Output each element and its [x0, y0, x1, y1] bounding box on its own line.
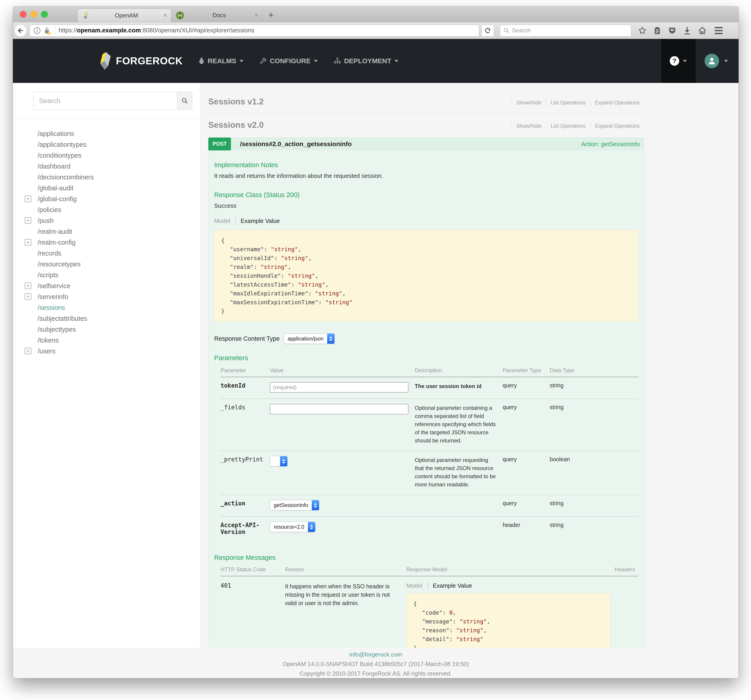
- minimize-window-button[interactable]: [30, 11, 37, 18]
- question-circle-icon: ?: [670, 56, 679, 66]
- copyright: Copyright © 2010-2017 ForgeRock AS. All …: [13, 670, 739, 677]
- sidebar-endpoint-link[interactable]: /policies: [13, 204, 200, 215]
- sidebar-endpoint-link[interactable]: /subjecttypes: [13, 324, 200, 335]
- sidebar-endpoint-link[interactable]: /scripts: [13, 269, 200, 280]
- api-sidebar: /applications /applicationtypes /conditi…: [13, 83, 200, 648]
- tab-model[interactable]: Model: [406, 582, 428, 589]
- search-icon: [503, 28, 510, 34]
- chevron-down-icon: [240, 60, 244, 62]
- parameter-value-select[interactable]: resource=2.0: [270, 522, 315, 532]
- contact-email-link[interactable]: info@forgerock.com: [13, 651, 739, 658]
- parameter-value-input[interactable]: [270, 404, 408, 414]
- sidebar-endpoint-link[interactable]: /global-audit: [13, 183, 200, 194]
- expand-plus-icon[interactable]: +: [25, 293, 31, 300]
- nav-item-deployment[interactable]: DEPLOYMENT: [334, 57, 399, 65]
- code-line: "code": 0,: [413, 608, 603, 617]
- expand-plus-icon[interactable]: +: [25, 217, 31, 224]
- info-icon[interactable]: [34, 27, 41, 34]
- parameter-value-select[interactable]: getSessionInfo: [270, 500, 319, 510]
- tab-openam[interactable]: OpenAM ×: [77, 9, 172, 22]
- nav-item-realms[interactable]: REALMS: [199, 57, 244, 65]
- tab-docs[interactable]: Docs ×: [172, 9, 263, 22]
- sidebar-endpoint-link[interactable]: + /realm-config: [13, 237, 200, 248]
- sidebar-endpoint-link[interactable]: /realm-audit: [13, 226, 200, 237]
- back-button[interactable]: [14, 24, 27, 37]
- url-text: https://openam.example.com:8080/openam/X…: [59, 27, 254, 34]
- user-menu[interactable]: [705, 54, 728, 68]
- lock-warning-icon[interactable]: [43, 27, 51, 34]
- tab-example-value[interactable]: Example Value: [428, 582, 472, 589]
- new-tab-button[interactable]: +: [268, 10, 274, 20]
- page-footer: info@forgerock.com OpenAM 14.0.0-SNAPSHO…: [13, 648, 739, 678]
- sidebar-endpoint-link[interactable]: + /serverinfo: [13, 291, 200, 302]
- tab-model[interactable]: Model: [214, 217, 236, 225]
- group-op-link[interactable]: Expand Operations: [590, 123, 644, 129]
- parameters-title: Parameters: [214, 354, 638, 362]
- sidebar-search-button[interactable]: [177, 92, 192, 110]
- sidebar-endpoint-link[interactable]: /decisioncombiners: [13, 172, 200, 183]
- sidebar-endpoint-link[interactable]: /applicationtypes: [13, 139, 200, 150]
- expand-plus-icon[interactable]: +: [25, 348, 31, 354]
- response-class-title: Response Class (Status 200): [214, 191, 638, 199]
- sidebar-endpoint-link[interactable]: + /global-config: [13, 194, 200, 204]
- endpoint-path[interactable]: /sessions#2.0_action_getsessioninfo: [240, 141, 352, 148]
- sidebar-endpoint-link[interactable]: /dashboard: [13, 161, 200, 172]
- status-code: 401: [221, 582, 285, 648]
- reading-list-icon[interactable]: [653, 26, 661, 35]
- sidebar-search[interactable]: [33, 92, 192, 110]
- sidebar-endpoint-link[interactable]: + /push: [13, 215, 200, 226]
- endpoint-action-label[interactable]: Action: getSessionInfo: [581, 141, 640, 148]
- zoom-window-button[interactable]: [41, 11, 48, 18]
- model-example-tabs: Model Example Value: [406, 582, 611, 589]
- tab-title: OpenAM: [90, 12, 164, 19]
- group-op-link[interactable]: List Operations: [546, 123, 590, 129]
- tab-example-value[interactable]: Example Value: [236, 217, 280, 225]
- close-tab-icon[interactable]: ×: [255, 12, 258, 19]
- divider: [13, 118, 200, 119]
- response-content-type-label: Response Content Type: [214, 335, 280, 342]
- group-op-link[interactable]: Show/Hide: [511, 100, 546, 106]
- close-window-button[interactable]: [20, 11, 26, 18]
- sidebar-endpoint-link[interactable]: + /selfservice: [13, 280, 200, 291]
- expand-plus-icon[interactable]: +: [25, 282, 31, 289]
- response-content-type-select[interactable]: application/json: [284, 333, 335, 344]
- sidebar-endpoint-link[interactable]: /records: [13, 248, 200, 259]
- window-controls: [20, 11, 48, 18]
- url-bar[interactable]: https://openam.example.com:8080/openam/X…: [30, 25, 479, 36]
- home-icon[interactable]: [698, 26, 707, 35]
- browser-search[interactable]: [500, 25, 631, 36]
- group-op-link[interactable]: Expand Operations: [590, 100, 644, 106]
- sidebar-endpoint-link[interactable]: /tokens: [13, 335, 200, 346]
- close-tab-icon[interactable]: ×: [164, 12, 167, 19]
- download-icon[interactable]: [683, 26, 691, 35]
- bookmark-star-icon[interactable]: [638, 26, 647, 35]
- response-messages-title: Response Messages: [214, 554, 638, 561]
- sidebar-endpoint-link[interactable]: + /users: [13, 346, 200, 356]
- sidebar-endpoint-link[interactable]: /subjectattributes: [13, 313, 200, 324]
- browser-toolbar: https://openam.example.com:8080/openam/X…: [13, 22, 739, 39]
- reload-button[interactable]: [481, 25, 494, 36]
- expand-plus-icon[interactable]: +: [25, 195, 31, 202]
- sidebar-endpoint-link[interactable]: /sessions: [13, 302, 200, 313]
- app-navbar: FORGEROCK REALMS CONFIGURE: [13, 39, 739, 83]
- parameter-value-select[interactable]: [270, 456, 287, 466]
- expand-plus-icon[interactable]: +: [25, 239, 31, 246]
- sidebar-endpoint-link[interactable]: /conditiontypes: [13, 150, 200, 161]
- code-line: "maxSessionExpirationTime": "string": [221, 298, 631, 307]
- sidebar-endpoint-link[interactable]: /resourcetypes: [13, 259, 200, 269]
- help-menu[interactable]: ?: [661, 39, 695, 83]
- sidebar-search-input[interactable]: [34, 92, 177, 110]
- endpoint-list: /applications /applicationtypes /conditi…: [13, 128, 200, 356]
- group-op-link[interactable]: Show/Hide: [511, 123, 546, 129]
- sidebar-endpoint-link[interactable]: /applications: [13, 128, 200, 139]
- browser-search-input[interactable]: [512, 27, 628, 34]
- group-op-link[interactable]: List Operations: [546, 100, 590, 106]
- nav-item-configure[interactable]: CONFIGURE: [260, 57, 318, 65]
- menu-icon[interactable]: [715, 27, 723, 34]
- pocket-shield-icon[interactable]: [668, 26, 677, 35]
- endpoint-header[interactable]: POST /sessions#2.0_action_getsessioninfo…: [208, 138, 644, 150]
- parameter-value-input[interactable]: [270, 382, 408, 393]
- code-line: }: [413, 644, 603, 648]
- forgerock-logo[interactable]: FORGEROCK: [98, 52, 183, 70]
- http-method-badge: POST: [208, 138, 231, 150]
